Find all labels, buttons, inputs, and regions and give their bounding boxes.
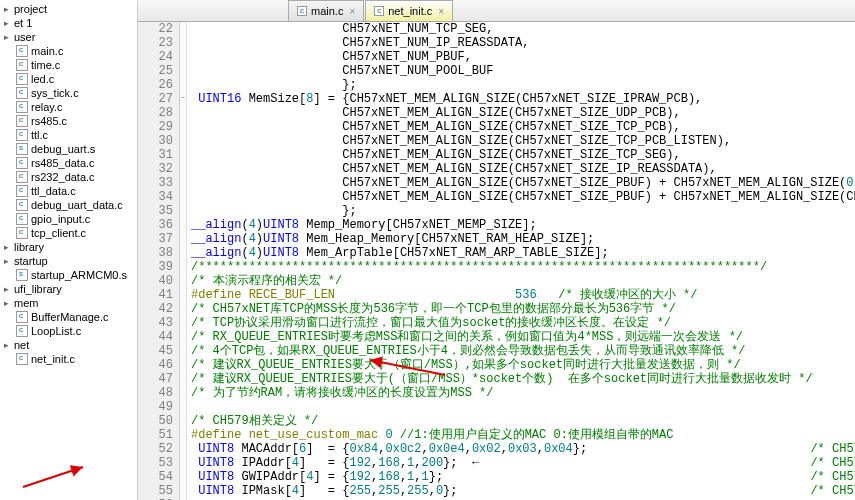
code-line[interactable]: /* TCP协议采用滑动窗口进行流控，窗口最大值为socket的接收缓冲区长度。… xyxy=(191,316,855,330)
fold-marker[interactable] xyxy=(180,358,186,372)
code-line[interactable]: #define net_use_custom_mac 0 //1:使用用户自定义… xyxy=(191,428,855,442)
fold-marker[interactable] xyxy=(180,470,186,484)
fold-marker[interactable] xyxy=(180,400,186,414)
code-line[interactable]: /* CH57xNET库TCP的MSS长度为536字节，即一个TCP包里的数据部… xyxy=(191,302,855,316)
code-line[interactable]: CH57xNET_NUM_IP_REASSDATA, xyxy=(191,36,855,50)
fold-marker[interactable] xyxy=(180,190,186,204)
code-line[interactable]: }; xyxy=(191,204,855,218)
tree-file[interactable]: relay.c xyxy=(0,100,137,114)
fold-column[interactable]: -- xyxy=(180,22,187,500)
fold-marker[interactable] xyxy=(180,134,186,148)
fold-marker[interactable] xyxy=(180,162,186,176)
close-icon[interactable]: × xyxy=(438,6,444,17)
fold-marker[interactable] xyxy=(180,218,186,232)
tree-file[interactable]: debug_uart_data.c xyxy=(0,198,137,212)
tree-file[interactable]: tcp_client.c xyxy=(0,226,137,240)
fold-marker[interactable] xyxy=(180,148,186,162)
fold-marker[interactable] xyxy=(180,232,186,246)
fold-marker[interactable] xyxy=(180,22,186,36)
tree-file[interactable]: rs232_data.c xyxy=(0,170,137,184)
code-line[interactable]: CH57xNET_MEM_ALIGN_SIZE(CH57xNET_SIZE_IP… xyxy=(191,162,855,176)
code-line[interactable]: CH57xNET_MEM_ALIGN_SIZE(CH57xNET_SIZE_TC… xyxy=(191,120,855,134)
tree-file[interactable]: ttl.c xyxy=(0,128,137,142)
code-editor[interactable]: 2223242526272829303132333435363738394041… xyxy=(138,22,855,500)
code-line[interactable]: __align(4)UINT8 Memp_Memory[CH57xNET_MEM… xyxy=(191,218,855,232)
code-line[interactable]: CH57xNET_MEM_ALIGN_SIZE(CH57xNET_SIZE_PB… xyxy=(191,176,855,190)
code-line[interactable]: /* RX_QUEUE_ENTRIES时要考虑MSS和窗口之间的关系，例如窗口值… xyxy=(191,330,855,344)
tree-file[interactable]: startup_ARMCM0.s xyxy=(0,268,137,282)
code-line[interactable] xyxy=(191,400,855,414)
fold-marker[interactable] xyxy=(180,176,186,190)
tree-folder[interactable]: mem xyxy=(0,296,137,310)
code-line[interactable]: __align(4)UINT8 Mem_Heap_Memory[CH57xNET… xyxy=(191,232,855,246)
fold-marker[interactable] xyxy=(180,428,186,442)
code-line[interactable]: UINT8 MACAddr[6] = {0x84,0x0c2,0x0e4,0x0… xyxy=(191,442,855,456)
code-line[interactable]: CH57xNET_MEM_ALIGN_SIZE(CH57xNET_SIZE_UD… xyxy=(191,106,855,120)
tree-folder[interactable]: startup xyxy=(0,254,137,268)
tree-folder-user[interactable]: user xyxy=(0,30,137,44)
code-line[interactable]: /***************************************… xyxy=(191,260,855,274)
tree-file[interactable]: led.c xyxy=(0,72,137,86)
tree-file[interactable]: debug_uart.s xyxy=(0,142,137,156)
fold-marker[interactable] xyxy=(180,484,186,498)
fold-marker[interactable] xyxy=(180,260,186,274)
code-line[interactable]: CH57xNET_NUM_POOL_BUF xyxy=(191,64,855,78)
code-line[interactable]: /* 建议RX_QUEUE_ENTRIES要大于(（窗口/MSS）*socket… xyxy=(191,372,855,386)
fold-marker[interactable] xyxy=(180,274,186,288)
fold-marker[interactable] xyxy=(180,50,186,64)
tree-file[interactable]: BufferManage.c xyxy=(0,310,137,324)
fold-marker[interactable] xyxy=(180,442,186,456)
fold-marker[interactable] xyxy=(180,120,186,134)
code-content[interactable]: CH57xNET_NUM_TCP_SEG, CH57xNET_NUM_IP_RE… xyxy=(187,22,855,500)
tab-net-init-c[interactable]: net_init.c × xyxy=(365,0,453,21)
code-line[interactable]: #define RECE_BUF_LEN 536 /* 接收缓冲区的大小 */ xyxy=(191,288,855,302)
code-line[interactable]: CH57xNET_NUM_PBUF, xyxy=(191,50,855,64)
fold-marker[interactable] xyxy=(180,64,186,78)
code-line[interactable]: /* CH579相关定义 */ xyxy=(191,414,855,428)
fold-marker[interactable]: - xyxy=(180,92,186,106)
fold-marker[interactable] xyxy=(180,372,186,386)
code-line[interactable]: /* 本演示程序的相关宏 */ xyxy=(191,274,855,288)
fold-marker[interactable] xyxy=(180,316,186,330)
tree-file[interactable]: rs485_data.c xyxy=(0,156,137,170)
code-line[interactable]: /* 4个TCP包，如果RX_QUEUE_ENTRIES小于4，则必然会导致数据… xyxy=(191,344,855,358)
code-line[interactable]: CH57xNET_MEM_ALIGN_SIZE(CH57xNET_SIZE_TC… xyxy=(191,134,855,148)
close-icon[interactable]: × xyxy=(349,6,355,17)
tree-folder[interactable]: library xyxy=(0,240,137,254)
code-line[interactable]: UINT16 MemSize[8] = {CH57xNET_MEM_ALIGN_… xyxy=(191,92,855,106)
fold-marker[interactable] xyxy=(180,386,186,400)
code-line[interactable]: CH57xNET_MEM_ALIGN_SIZE(CH57xNET_SIZE_TC… xyxy=(191,148,855,162)
code-line[interactable]: UINT8 IPMask[4] = {255,255,255,0}; /* CH… xyxy=(191,484,855,498)
fold-marker[interactable] xyxy=(180,204,186,218)
fold-marker[interactable] xyxy=(180,246,186,260)
code-line[interactable]: UINT8 IPAddr[4] = {192,168,1,200}; ← /* … xyxy=(191,456,855,470)
code-line[interactable]: __align(4)UINT8 Mem_ArpTable[CH57xNET_RA… xyxy=(191,246,855,260)
tree-file[interactable]: sys_tick.c xyxy=(0,86,137,100)
fold-marker[interactable] xyxy=(180,456,186,470)
tree-file[interactable]: rs485.c xyxy=(0,114,137,128)
tree-file[interactable]: main.c xyxy=(0,44,137,58)
tree-folder-et1[interactable]: et 1 xyxy=(0,16,137,30)
tree-file[interactable]: net_init.c xyxy=(0,352,137,366)
fold-marker[interactable] xyxy=(180,78,186,92)
fold-marker[interactable] xyxy=(180,330,186,344)
project-tree[interactable]: project et 1 user main.ctime.cled.csys_t… xyxy=(0,0,137,500)
tree-file[interactable]: LoopList.c xyxy=(0,324,137,338)
tab-main-c[interactable]: main.c × xyxy=(288,0,364,21)
code-line[interactable]: CH57xNET_NUM_TCP_SEG, xyxy=(191,22,855,36)
tree-folder-project[interactable]: project xyxy=(0,2,137,16)
code-line[interactable]: UINT8 GWIPAddr[4] = {192,168,1,1}; /* CH… xyxy=(191,470,855,484)
tree-folder[interactable]: net xyxy=(0,338,137,352)
tree-file[interactable]: gpio_input.c xyxy=(0,212,137,226)
fold-marker[interactable] xyxy=(180,302,186,316)
fold-marker[interactable] xyxy=(180,344,186,358)
fold-marker[interactable] xyxy=(180,106,186,120)
code-line[interactable]: }; xyxy=(191,78,855,92)
code-line[interactable]: CH57xNET_MEM_ALIGN_SIZE(CH57xNET_SIZE_PB… xyxy=(191,190,855,204)
tree-file[interactable]: ttl_data.c xyxy=(0,184,137,198)
tree-file[interactable]: time.c xyxy=(0,58,137,72)
fold-marker[interactable] xyxy=(180,36,186,50)
tree-folder[interactable]: ufi_library xyxy=(0,282,137,296)
code-line[interactable]: /* 为了节约RAM，请将接收缓冲区的长度设置为MSS */ xyxy=(191,386,855,400)
fold-marker[interactable] xyxy=(180,288,186,302)
